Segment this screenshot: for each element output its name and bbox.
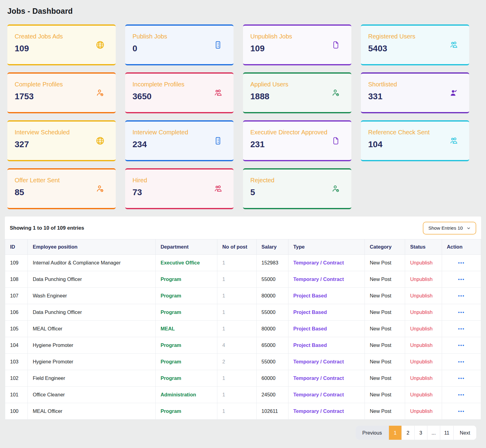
table-row: 106 Data Punching Officer Program 1 5500… (5, 304, 481, 321)
cell-salary: 102611 (256, 403, 288, 420)
stat-card-label: Interview Scheduled (15, 129, 108, 136)
row-actions-menu-icon[interactable]: ••• (442, 337, 481, 354)
stat-card-label: Applied Users (250, 81, 344, 88)
pagination-page-11[interactable]: 11 (440, 426, 453, 440)
row-actions-menu-icon[interactable]: ••• (442, 304, 481, 321)
cell-department: Program (155, 271, 217, 288)
stat-card: Executive Director Approved 231 (243, 120, 351, 161)
unpublish-link[interactable]: Unpublish (405, 354, 442, 370)
row-actions-menu-icon[interactable]: ••• (442, 354, 481, 370)
pagination-previous-button[interactable]: Previous (356, 426, 389, 440)
person-check-icon (96, 184, 105, 193)
cell-no-of-post: 4 (217, 337, 256, 354)
users-icon (449, 136, 458, 145)
row-actions-menu-icon[interactable]: ••• (442, 403, 481, 420)
cell-category: New Post (365, 370, 405, 387)
unpublish-link[interactable]: Unpublish (405, 370, 442, 387)
stat-card: Complete Profiles 1753 (7, 72, 116, 113)
cell-position: Internal Auditor & Compliance Manager (28, 255, 156, 271)
pagination-page-1[interactable]: 1 (389, 426, 401, 440)
row-actions-menu-icon[interactable]: ••• (442, 321, 481, 337)
stat-card-value: 327 (15, 140, 108, 149)
pagination-next-button[interactable]: Next (453, 426, 476, 440)
row-actions-menu-icon[interactable]: ••• (442, 271, 481, 288)
stat-card-value: 0 (132, 44, 226, 53)
list-icon (213, 40, 223, 49)
table-row: 100 MEAL Officer Program 1 102611 Tempor… (5, 403, 481, 420)
cell-department: Administration (155, 387, 217, 403)
stat-card: Applied Users 1888 (243, 72, 351, 113)
stat-card-value: 234 (132, 140, 226, 149)
show-entries-label: Show Entries 10 (428, 225, 463, 231)
cell-department: Program (155, 304, 217, 321)
cell-no-of-post: 1 (217, 288, 256, 304)
unpublish-link[interactable]: Unpublish (405, 288, 442, 304)
cell-salary: 80000 (256, 321, 288, 337)
unpublish-link[interactable]: Unpublish (405, 321, 442, 337)
table-row: 105 MEAL Officer MEAL 1 80000 Project Ba… (5, 321, 481, 337)
table-row: 101 Office Cleaner Administration 1 2450… (5, 387, 481, 403)
cell-department: MEAL (155, 321, 217, 337)
unpublish-link[interactable]: Unpublish (405, 387, 442, 403)
unpublish-link[interactable]: Unpublish (405, 255, 442, 271)
cell-salary: 55000 (256, 271, 288, 288)
cell-type: Temporary / Contract (288, 271, 364, 288)
stat-card: Registered Users 5403 (361, 24, 469, 65)
stat-card-value: 109 (15, 44, 108, 53)
pagination: Previous123...11Next (356, 426, 476, 440)
cell-id: 103 (5, 354, 28, 370)
row-actions-menu-icon[interactable]: ••• (442, 370, 481, 387)
cell-category: New Post (365, 271, 405, 288)
stat-cards-grid: Created Jobs Ads 109 Publish Jobs 0 Unpu… (7, 24, 469, 209)
person-check-icon (96, 88, 105, 97)
cell-type: Temporary / Contract (288, 387, 364, 403)
cell-id: 105 (5, 321, 28, 337)
pagination-page-2[interactable]: 2 (401, 426, 414, 440)
stat-card-value: 5403 (368, 44, 462, 53)
table-row: 104 Hygiene Promoter Program 4 65000 Pro… (5, 337, 481, 354)
pagination-ellipsis[interactable]: ... (427, 426, 440, 440)
file-icon (331, 136, 340, 145)
cell-salary: 65000 (256, 337, 288, 354)
unpublish-link[interactable]: Unpublish (405, 271, 442, 288)
stat-card: Shortlisted 331 (361, 72, 469, 113)
users-icon (449, 40, 458, 49)
stat-card: Hired 73 (125, 168, 234, 209)
cell-id: 102 (5, 370, 28, 387)
table-row: 107 Wash Engineer Program 1 80000 Projec… (5, 288, 481, 304)
unpublish-link[interactable]: Unpublish (405, 304, 442, 321)
cell-category: New Post (365, 337, 405, 354)
row-actions-menu-icon[interactable]: ••• (442, 288, 481, 304)
cell-department: Program (155, 354, 217, 370)
cell-category: New Post (365, 288, 405, 304)
stat-card-value: 73 (132, 188, 226, 197)
stat-card: Unpublish Jobs 109 (243, 24, 351, 65)
column-header-department: Department (155, 239, 217, 255)
unpublish-link[interactable]: Unpublish (405, 337, 442, 354)
cell-id: 104 (5, 337, 28, 354)
stat-card: Publish Jobs 0 (125, 24, 234, 65)
cell-type: Project Based (288, 304, 364, 321)
cell-no-of-post: 1 (217, 271, 256, 288)
unpublish-link[interactable]: Unpublish (405, 403, 442, 420)
person-check-icon (331, 184, 340, 193)
row-actions-menu-icon[interactable]: ••• (442, 387, 481, 403)
cell-position: Hygiene Promoter (28, 337, 156, 354)
list-icon (213, 136, 223, 145)
show-entries-dropdown[interactable]: Show Entries 10 (423, 222, 476, 235)
pagination-page-3[interactable]: 3 (414, 426, 427, 440)
stat-card-value: 331 (368, 92, 462, 101)
person-check-filled-icon (449, 88, 458, 97)
cell-position: Data Punching Officer (28, 271, 156, 288)
chevron-down-icon (466, 226, 471, 230)
stat-card-label: Reference Check Sent (368, 129, 462, 136)
cell-category: New Post (365, 304, 405, 321)
cell-department: Program (155, 370, 217, 387)
cell-position: MEAL Officer (28, 403, 156, 420)
stat-card-label: Complete Profiles (15, 81, 108, 88)
globe-icon (96, 136, 105, 145)
cell-position: Field Engineer (28, 370, 156, 387)
person-check-icon (331, 88, 340, 97)
cell-id: 106 (5, 304, 28, 321)
row-actions-menu-icon[interactable]: ••• (442, 255, 481, 271)
